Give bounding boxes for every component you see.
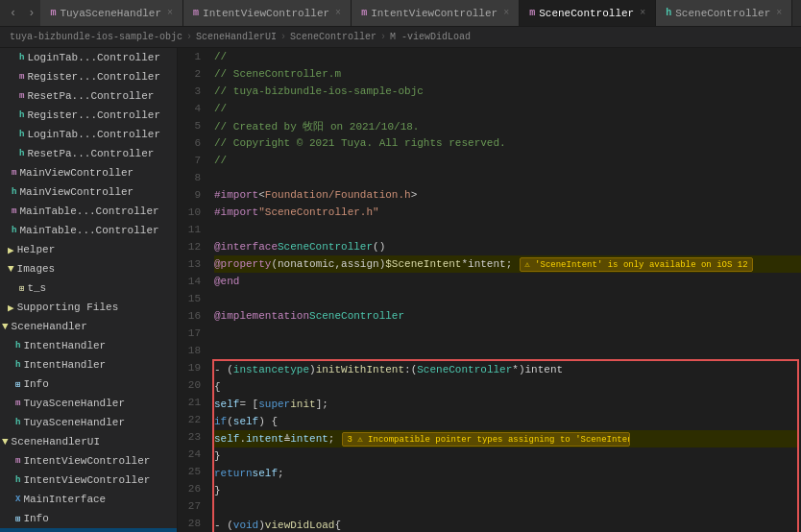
code-text: { xyxy=(334,520,341,531)
sidebar-item-main-vc-h[interactable]: h MainViewController xyxy=(0,182,177,202)
sidebar-item-register-m[interactable]: m Register...Controller xyxy=(0,67,177,86)
code-line-3: // tuya-bizbundle-ios-sample-objc xyxy=(214,83,801,100)
breadcrumb-item[interactable]: SceneHandlerUI xyxy=(196,32,277,42)
code-text: = [ xyxy=(239,399,258,410)
type-icon-h: h xyxy=(19,149,24,158)
tab-icon-m: m xyxy=(193,8,199,18)
type-icon-h: h xyxy=(19,110,24,120)
sidebar-item-intent-handler-h1[interactable]: h IntentHandler xyxy=(0,336,177,355)
sidebar-item-info-shui[interactable]: ⊞ Info xyxy=(0,509,177,528)
breadcrumb-item[interactable]: tuya-bizbundle-ios-sample-objc xyxy=(10,32,182,42)
warning-badge-13: ⚠ 'SceneIntent' is only available on iOS… xyxy=(520,257,752,272)
sidebar-item-label: ResetPa...Controller xyxy=(27,90,154,102)
type-icon-m: m xyxy=(12,206,16,216)
code-line-14: @end xyxy=(214,273,801,290)
sidebar-item-label: Helper xyxy=(17,244,56,255)
sidebar: h LoginTab...Controller m Register...Con… xyxy=(0,48,178,532)
code-text: @implementation xyxy=(214,310,309,322)
sidebar-item-images[interactable]: ▼ Images xyxy=(0,259,177,278)
code-text: } xyxy=(214,450,221,462)
code-text: @end xyxy=(214,276,239,287)
sidebar-item-maintable-h[interactable]: h MainTable...Controller xyxy=(0,221,177,240)
code-text: ; xyxy=(328,433,335,445)
sidebar-item-login-tab-h[interactable]: h LoginTab...Controller xyxy=(0,48,177,67)
sidebar-item-helper[interactable]: ▶ Helper xyxy=(0,240,177,259)
tab-close[interactable]: × xyxy=(335,8,341,18)
sidebar-item-tuya-scene-handler-m[interactable]: m TuyaSceneHandler xyxy=(0,394,177,413)
tab-intent-vc-1[interactable]: m IntentViewController × xyxy=(183,0,352,27)
ln-12: 12 xyxy=(178,238,208,255)
sidebar-item-main-vc-m[interactable]: m MainViewController xyxy=(0,163,177,182)
breadcrumb-sep: › xyxy=(380,32,386,42)
sidebar-item-intent-vc-h[interactable]: h IntentViewController xyxy=(0,471,177,490)
code-text: ) { xyxy=(258,416,278,427)
sidebar-item-resetpa-h[interactable]: h ResetPa...Controller xyxy=(0,144,177,163)
sidebar-item-label: ResetPa...Controller xyxy=(27,148,154,159)
sidebar-item-logintab-h2[interactable]: h LoginTab...Controller xyxy=(0,125,177,144)
code-text: Foundation/Foundation.h xyxy=(265,189,411,201)
tab-back-btn[interactable]: ‹ xyxy=(4,7,22,20)
code-text: #import xyxy=(214,189,258,201)
code-text: viewDidLoad xyxy=(265,520,335,531)
tab-close[interactable]: × xyxy=(640,8,645,18)
sidebar-item-tuya-scene-handler-h[interactable]: h TuyaSceneHandler xyxy=(0,413,177,432)
ln-3: 3 xyxy=(178,83,208,100)
folder-icon: ▼ xyxy=(2,321,9,332)
tab-intent-vc-2[interactable]: m IntentViewController × xyxy=(352,0,520,27)
code-line-2: // SceneController.m xyxy=(214,65,801,83)
code-line-21: self = [ super init ]; xyxy=(214,396,797,413)
code-line-22: if ( self ) { xyxy=(214,413,797,430)
breadcrumb-item[interactable]: SceneController xyxy=(290,32,376,42)
code-text: "SceneController.h" xyxy=(258,206,378,218)
code-text: intent xyxy=(290,433,328,445)
sidebar-item-ts[interactable]: ⊞ t_s xyxy=(0,278,177,298)
ln-28: 28 xyxy=(178,515,208,532)
sidebar-item-label: Register...Controller xyxy=(27,109,160,121)
code-text: $SceneIntent xyxy=(385,258,461,270)
sidebar-item-label: t_s xyxy=(27,282,46,294)
sidebar-item-label: MainViewController xyxy=(19,186,134,198)
sidebar-item-info-sh[interactable]: ⊞ Info xyxy=(0,375,177,394)
ln-24: 24 xyxy=(178,446,208,463)
tab-close[interactable]: × xyxy=(167,8,173,18)
code-text: < xyxy=(258,189,265,201)
sidebar-item-resetpa-m[interactable]: m ResetPa...Controller xyxy=(0,86,177,106)
tab-scene-controller-h[interactable]: h SceneController × xyxy=(656,0,792,27)
tab-forward-btn[interactable]: › xyxy=(22,7,40,20)
code-text: // tuya-bizbundle-ios-sample-objc xyxy=(214,85,424,97)
sidebar-item-label: MainInterface xyxy=(23,494,106,505)
sidebar-item-label: Register...Controller xyxy=(27,71,160,83)
sidebar-item-label: IntentViewController xyxy=(23,474,150,486)
sidebar-item-main-interface[interactable]: X MainInterface xyxy=(0,490,177,509)
sidebar-item-register-h[interactable]: h Register...Controller xyxy=(0,106,177,125)
code-text: { xyxy=(214,381,221,393)
tab-icon-m: m xyxy=(529,8,535,18)
sidebar-item-scene-handler-ui[interactable]: ▼ SceneHandlerUI xyxy=(0,432,177,451)
sidebar-item-intent-handler-h2[interactable]: h IntentHandler xyxy=(0,355,177,375)
tab-close[interactable]: × xyxy=(776,8,782,18)
tab-close[interactable]: × xyxy=(503,8,509,18)
sidebar-item-scene-handler[interactable]: ▼ SceneHandler xyxy=(0,317,177,336)
code-wrapper[interactable]: 1 2 3 4 5 6 7 8 9 10 11 12 13 14 15 16 1… xyxy=(178,48,801,532)
sidebar-item-supporting[interactable]: ▶ Supporting Files xyxy=(0,298,177,317)
tab-tuya-scene-handler[interactable]: m TuyaSceneHandler × xyxy=(40,0,183,27)
tab-bar: ‹ › m TuyaSceneHandler × m IntentViewCon… xyxy=(0,0,801,27)
warning-badge-23: 3 ⚠ Incompatible pointer types assigning… xyxy=(342,432,630,447)
sidebar-item-scene-controller-m[interactable]: m SceneController xyxy=(0,528,177,532)
tab-icon-m: m xyxy=(361,8,367,18)
breadcrumb-item[interactable]: M -viewDidLoad xyxy=(390,32,471,42)
type-icon-h: h xyxy=(15,418,20,427)
code-text: (nonatomic,assign) xyxy=(271,258,385,270)
code-text: > xyxy=(411,189,418,201)
red-highlight-box: - ( instancetype ) initWithIntent :( Sce… xyxy=(212,359,799,532)
code-line-5: // Created by 牧阳 on 2021/10/18. xyxy=(214,117,801,134)
sidebar-item-intent-vc-m[interactable]: m IntentViewController xyxy=(0,451,177,471)
code-line-13: @property (nonatomic,assign) $SceneInten… xyxy=(214,255,801,273)
code-line-26: } xyxy=(214,482,797,499)
code-text: () xyxy=(373,241,385,253)
sidebar-item-maintable-m[interactable]: m MainTable...Controller xyxy=(0,202,177,221)
tab-scene-controller-active[interactable]: m SceneController × xyxy=(520,0,656,27)
sidebar-item-label: Images xyxy=(17,263,56,275)
sidebar-item-label: SceneHandlerUI xyxy=(12,436,100,447)
code-editor: 1 2 3 4 5 6 7 8 9 10 11 12 13 14 15 16 1… xyxy=(178,48,801,532)
